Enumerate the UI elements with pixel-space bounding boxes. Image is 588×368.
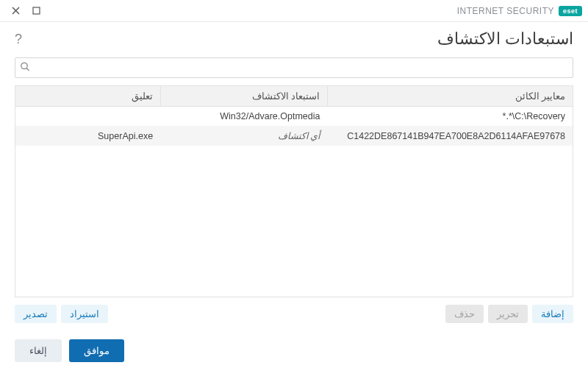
cell-exclusion: أي اكتشاف	[160, 126, 327, 146]
cell-exclusion: Win32/Advare.Optmedia	[160, 107, 327, 127]
col-criteria[interactable]: معايير الكائن	[327, 86, 573, 107]
maximize-icon[interactable]	[31, 6, 41, 16]
delete-button[interactable]: حذف	[445, 305, 484, 323]
help-icon[interactable]: ?	[15, 32, 22, 47]
brand-product: INTERNET SECURITY	[457, 6, 554, 16]
toolbar-group-main: إضافة تحرير حذف	[445, 305, 573, 323]
exclusions-table: معايير الكائن استبعاد الاكتشاف تعليق *.*…	[15, 85, 573, 297]
add-button[interactable]: إضافة	[532, 305, 573, 323]
titlebar: eset INTERNET SECURITY	[0, 0, 588, 22]
cell-criteria: C1422DE867141B947EA700E8A2D6114AFAE97678	[327, 126, 573, 146]
search-wrap	[15, 57, 573, 78]
table-toolbar: إضافة تحرير حذف استيراد تصدير	[15, 305, 573, 323]
table-row[interactable]: C1422DE867141B947EA700E8A2D6114AFAE97678…	[15, 126, 573, 146]
page-header: استبعادات الاكتشاف ?	[0, 22, 588, 57]
brand-logo: eset	[559, 6, 582, 16]
cell-comment	[15, 107, 160, 127]
svg-rect-0	[33, 7, 40, 14]
import-button[interactable]: استيراد	[61, 305, 108, 323]
col-exclusion[interactable]: استبعاد الاكتشاف	[160, 86, 327, 107]
table-header-row: معايير الكائن استبعاد الاكتشاف تعليق	[15, 86, 573, 107]
window-controls	[6, 6, 41, 16]
table-row[interactable]: *.*\C:\Recovery Win32/Advare.Optmedia	[15, 107, 573, 127]
brand: eset INTERNET SECURITY	[457, 6, 582, 16]
dialog-footer: موافق إلغاء	[0, 323, 588, 362]
col-comment[interactable]: تعليق	[15, 86, 160, 107]
cell-criteria: *.*\C:\Recovery	[327, 107, 573, 127]
page-title: استبعادات الاكتشاف	[437, 29, 573, 49]
export-button[interactable]: تصدير	[15, 305, 57, 323]
toolbar-group-io: استيراد تصدير	[15, 305, 108, 323]
cell-comment: SuperApi.exe	[15, 126, 160, 146]
search-input[interactable]	[15, 57, 573, 78]
edit-button[interactable]: تحرير	[488, 305, 528, 323]
ok-button[interactable]: موافق	[69, 339, 124, 362]
cancel-button[interactable]: إلغاء	[15, 339, 62, 362]
close-icon[interactable]	[10, 6, 21, 16]
